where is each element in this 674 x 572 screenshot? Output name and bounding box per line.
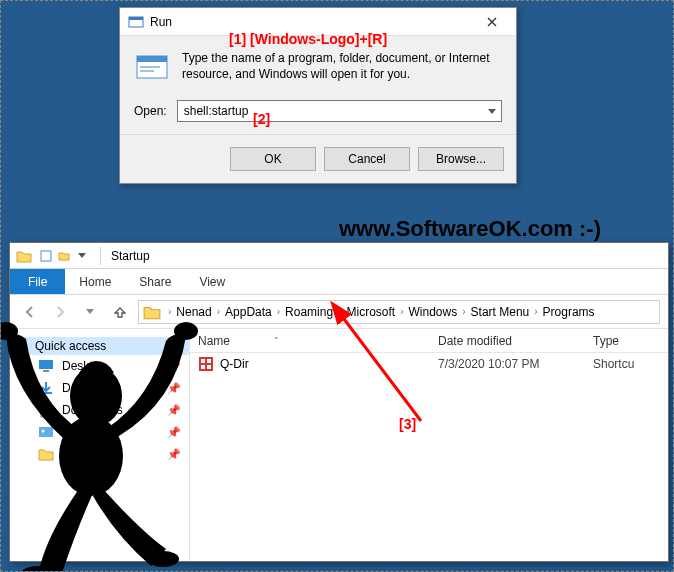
folder-icon	[16, 248, 32, 264]
svg-rect-6	[41, 251, 51, 261]
col-date[interactable]: Date modified	[430, 334, 585, 348]
tab-share[interactable]: Share	[125, 269, 185, 294]
file-type: Shortcu	[585, 357, 668, 371]
chevron-right-icon: ›	[462, 306, 465, 317]
file-list: Name ˄ Date modified Type Q-Dir	[190, 329, 668, 561]
qat-properties-icon[interactable]	[38, 248, 54, 264]
run-titlebar[interactable]: Run	[120, 8, 516, 36]
svg-point-22	[21, 566, 57, 572]
open-label: Open:	[134, 104, 167, 118]
svg-rect-1	[129, 17, 143, 20]
nav-recent-icon[interactable]	[78, 300, 102, 324]
svg-rect-7	[39, 360, 53, 369]
col-type[interactable]: Type	[585, 334, 668, 348]
tab-view[interactable]: View	[185, 269, 239, 294]
tab-file[interactable]: File	[10, 269, 65, 294]
sidebar-item-folder[interactable]: PARSE 📌	[10, 443, 189, 465]
sidebar-item-downloads[interactable]: Downloads 📌	[10, 377, 189, 399]
sidebar-item-desktop[interactable]: Desktop 📌	[10, 355, 189, 377]
crumb[interactable]: Programs	[543, 305, 595, 319]
crumb[interactable]: Nenad	[176, 305, 211, 319]
svg-rect-15	[201, 365, 205, 369]
svg-rect-16	[207, 365, 211, 369]
run-icon	[128, 14, 144, 30]
open-input[interactable]	[178, 104, 483, 118]
chevron-right-icon: ›	[534, 306, 537, 317]
crumb[interactable]: Microsoft	[346, 305, 395, 319]
chevron-right-icon: ›	[400, 306, 403, 317]
run-app-icon	[134, 50, 170, 86]
explorer-title-text: Startup	[111, 249, 150, 263]
sidebar-item-label: Downloads	[62, 381, 121, 395]
browse-button[interactable]: Browse...	[418, 147, 504, 171]
quick-access-header[interactable]: ★ Quick access	[10, 337, 189, 355]
folder-icon	[143, 303, 161, 321]
close-button[interactable]	[472, 8, 512, 36]
sidebar-item-label: Pictures	[62, 425, 105, 439]
chevron-right-icon: ›	[217, 306, 220, 317]
star-icon: ★	[18, 339, 29, 353]
ok-button[interactable]: OK	[230, 147, 316, 171]
pin-icon: 📌	[167, 426, 181, 439]
crumb[interactable]: Windows	[409, 305, 458, 319]
list-item[interactable]: Q-Dir 7/3/2020 10:07 PM Shortcu	[190, 353, 668, 375]
divider	[100, 247, 101, 265]
ribbon: File Home Share View	[10, 269, 668, 295]
sidebar-item-label: Documents	[62, 403, 123, 417]
open-combobox[interactable]	[177, 100, 502, 122]
crumb[interactable]: Start Menu	[471, 305, 530, 319]
svg-rect-4	[140, 66, 160, 68]
sidebar-item-label: Desktop	[62, 359, 106, 373]
qat-newfolder-icon[interactable]	[56, 248, 72, 264]
close-icon	[487, 17, 497, 27]
sidebar-item-label: PARSE	[62, 447, 102, 461]
chevron-right-icon: ›	[168, 306, 171, 317]
svg-rect-8	[43, 370, 49, 372]
nav-up-icon[interactable]	[108, 300, 132, 324]
col-name-label: Name	[198, 334, 230, 348]
crumb[interactable]: Roaming	[285, 305, 333, 319]
sidebar: ★ Quick access Desktop 📌 Downloads 📌 Doc…	[10, 329, 190, 561]
file-name: Q-Dir	[220, 357, 249, 371]
sidebar-item-pictures[interactable]: Pictures 📌	[10, 421, 189, 443]
quick-access-label: Quick access	[35, 339, 106, 353]
pin-icon: 📌	[167, 382, 181, 395]
breadcrumb[interactable]: › Nenad › AppData › Roaming › Microsoft …	[138, 300, 660, 324]
chevron-down-icon[interactable]	[74, 248, 90, 264]
sort-ascending-icon: ˄	[274, 336, 279, 346]
pictures-icon	[38, 424, 54, 440]
nav-back-icon[interactable]	[18, 300, 42, 324]
sidebar-item-documents[interactable]: Documents 📌	[10, 399, 189, 421]
svg-rect-14	[207, 359, 211, 363]
svg-rect-3	[137, 56, 167, 62]
quick-access-toolbar	[38, 248, 90, 264]
svg-rect-10	[39, 427, 53, 437]
explorer-titlebar[interactable]: Startup	[10, 243, 668, 269]
svg-point-11	[42, 430, 45, 433]
file-date: 7/3/2020 10:07 PM	[430, 357, 585, 371]
run-title-text: Run	[150, 15, 172, 29]
watermark-text: www.SoftwareOK.com :-)	[339, 216, 601, 242]
chevron-right-icon: ›	[338, 306, 341, 317]
downloads-icon	[38, 380, 54, 396]
explorer-window: Startup File Home Share View › Nenad › A…	[9, 242, 669, 562]
nav-bar: › Nenad › AppData › Roaming › Microsoft …	[10, 295, 668, 329]
chevron-right-icon: ›	[277, 306, 280, 317]
desktop-icon	[38, 358, 54, 374]
cancel-button[interactable]: Cancel	[324, 147, 410, 171]
shortcut-icon	[198, 356, 214, 372]
pin-icon: 📌	[167, 404, 181, 417]
tab-home[interactable]: Home	[65, 269, 125, 294]
svg-rect-13	[201, 359, 205, 363]
documents-icon	[38, 402, 54, 418]
nav-forward-icon[interactable]	[48, 300, 72, 324]
col-name[interactable]: Name ˄	[190, 334, 430, 348]
svg-rect-9	[41, 403, 51, 417]
folder-icon	[38, 446, 54, 462]
crumb[interactable]: AppData	[225, 305, 272, 319]
pin-icon: 📌	[167, 448, 181, 461]
pin-icon: 📌	[167, 360, 181, 373]
chevron-down-icon[interactable]	[483, 101, 501, 121]
column-headers: Name ˄ Date modified Type	[190, 329, 668, 353]
run-message: Type the name of a program, folder, docu…	[182, 50, 502, 86]
